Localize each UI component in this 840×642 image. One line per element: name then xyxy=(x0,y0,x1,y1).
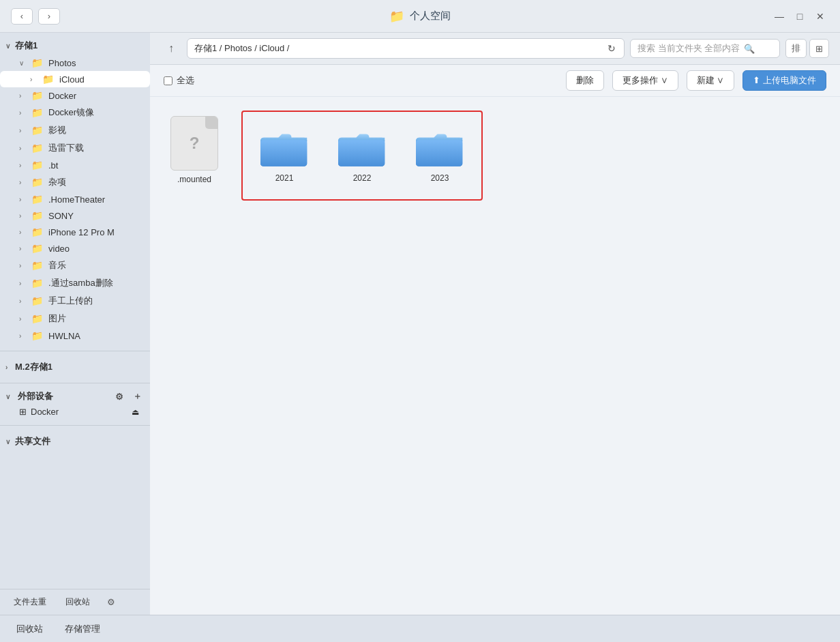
sidebar-shared-header[interactable]: ∨ 共享文件 xyxy=(0,433,150,450)
sidebar-item-picture[interactable]: › 📁 图片 xyxy=(0,310,150,327)
sidebar-item-sony[interactable]: › 📁 SONY xyxy=(0,207,150,224)
toolbar: ↑ 存储1 / Photos / iCloud / ↻ 搜索 当前文件夹 全部内… xyxy=(150,33,840,65)
search-bar[interactable]: 搜索 当前文件夹 全部内容 🔍 xyxy=(630,39,780,58)
eject-icon[interactable]: ⏏ xyxy=(132,407,139,417)
sidebar-item-photos[interactable]: ∨ 📁 Photos xyxy=(0,55,150,71)
taskbar-storage[interactable]: 存储管理 xyxy=(59,620,106,638)
chevron-icon-4: › xyxy=(19,109,27,117)
chevron-icon-19: ∨ xyxy=(5,393,14,400)
close-button[interactable]: ✕ xyxy=(811,9,829,24)
chevron-icon-3: › xyxy=(19,92,27,100)
docker-icon: ⊞ xyxy=(19,407,27,417)
sidebar-download-label: 迅雷下载 xyxy=(48,142,84,154)
sidebar-item-misc[interactable]: › 📁 杂项 xyxy=(0,173,150,191)
sidebar-item-video-folder[interactable]: › 📁 video xyxy=(0,240,150,257)
up-button[interactable]: ↑ xyxy=(161,39,181,58)
file-item-2023[interactable]: 2023 xyxy=(409,123,470,188)
forward-button[interactable]: › xyxy=(38,8,60,25)
sidebar-shared-label: 共享文件 xyxy=(15,435,50,448)
folder-icon-16: 📁 xyxy=(31,313,43,324)
view-buttons: 排 ⊞ xyxy=(785,39,829,58)
folder-icon-2022 xyxy=(338,128,386,169)
main-panel: ↑ 存储1 / Photos / iCloud / ↻ 搜索 当前文件夹 全部内… xyxy=(150,33,840,615)
chevron-icon-18: › xyxy=(5,364,14,371)
folder-icon-17: 📁 xyxy=(31,330,43,341)
sidebar-item-hometheater[interactable]: › 📁 .HomeTheater xyxy=(0,191,150,207)
settings-icon[interactable]: ⚙ xyxy=(104,595,119,610)
trash-button[interactable]: 回收站 xyxy=(60,594,95,611)
chevron-icon-6: › xyxy=(19,145,27,152)
sidebar-item-docker-image[interactable]: › 📁 Docker镜像 xyxy=(0,104,150,121)
chevron-down-icon: ∨ xyxy=(5,42,14,50)
folder-icon-2023 xyxy=(416,128,464,169)
sidebar-item-hwlna[interactable]: › 📁 HWLNA xyxy=(0,327,150,344)
folder-icon: 📁 xyxy=(31,57,43,68)
folder-icon-15: 📁 xyxy=(31,295,43,306)
folder-icon-13: 📁 xyxy=(31,260,43,271)
app-body: ∨ 存储1 ∨ 📁 Photos › 📁 iCloud › 📁 Docker › xyxy=(0,33,840,615)
new-button[interactable]: 新建 ∨ xyxy=(687,70,735,91)
sidebar-item-docker[interactable]: › 📁 Docker xyxy=(0,87,150,104)
title-bar: ‹ › 📁 个人空间 — □ ✕ xyxy=(0,0,840,33)
chevron-icon-9: › xyxy=(19,196,27,203)
back-button[interactable]: ‹ xyxy=(11,8,33,25)
external-add-icon[interactable]: ＋ xyxy=(130,389,145,404)
sidebar-item-samba[interactable]: › 📁 .通过samba删除 xyxy=(0,274,150,292)
folder-icon-3: 📁 xyxy=(31,90,43,101)
file-item-2021[interactable]: 2021 xyxy=(254,123,315,188)
sidebar-item-music[interactable]: › 📁 音乐 xyxy=(0,257,150,274)
folder-icon-9: 📁 xyxy=(31,194,43,205)
divider-2 xyxy=(0,383,150,383)
chevron-icon-15: › xyxy=(19,297,27,305)
sidebar-picture-label: 图片 xyxy=(48,312,66,325)
chevron-icon-10: › xyxy=(19,212,27,220)
sidebar-samba-label: .通过samba删除 xyxy=(48,277,113,289)
dedup-button[interactable]: 文件去重 xyxy=(8,594,52,611)
sidebar-section-external: ∨ 外部设备 ⚙ ＋ ⊞ Docker ⏏ xyxy=(0,386,150,422)
sidebar-item-iphone[interactable]: › 📁 iPhone 12 Pro M xyxy=(0,224,150,240)
view-mode-button[interactable]: ⊞ xyxy=(809,39,829,58)
sort-button[interactable]: 排 xyxy=(785,39,807,58)
chevron-icon-16: › xyxy=(19,315,27,323)
sidebar-misc-label: 杂项 xyxy=(48,176,66,188)
sidebar-video-folder-label: video xyxy=(48,244,70,254)
sidebar-external-docker-label: Docker xyxy=(31,407,59,417)
upload-button[interactable]: ⬆ 上传电脑文件 xyxy=(742,70,826,91)
window-controls: — □ ✕ xyxy=(770,9,829,24)
select-all-checkbox[interactable]: 全选 xyxy=(164,74,194,87)
sidebar-item-video[interactable]: › 📁 影视 xyxy=(0,121,150,139)
maximize-button[interactable]: □ xyxy=(791,9,809,24)
folder-icon-12: 📁 xyxy=(31,243,43,254)
unknown-file-icon: ? xyxy=(170,116,218,171)
sidebar-storage1-header[interactable]: ∨ 存储1 xyxy=(0,37,150,55)
path-text: 存储1 / Photos / iCloud / xyxy=(194,42,603,55)
folder-icon-14: 📁 xyxy=(31,278,43,289)
chevron-right-icon: ∨ xyxy=(19,59,27,67)
taskbar-recycle[interactable]: 回收站 xyxy=(11,620,48,638)
sidebar-storage2-header[interactable]: › M.2存储1 xyxy=(0,358,150,376)
file-label-2021: 2021 xyxy=(275,173,294,183)
file-item-2022[interactable]: 2022 xyxy=(331,123,393,188)
sidebar-item-download[interactable]: › 📁 迅雷下载 xyxy=(0,139,150,157)
sidebar-item-manual-upload[interactable]: › 📁 手工上传的 xyxy=(0,292,150,310)
sidebar-item-bt[interactable]: › 📁 .bt xyxy=(0,157,150,173)
search-icon: 🔍 xyxy=(744,44,755,54)
folder-icon-11: 📁 xyxy=(31,227,43,237)
delete-button[interactable]: 删除 xyxy=(566,70,604,91)
select-all-label: 全选 xyxy=(177,74,194,87)
file-item-mounted[interactable]: ? .mounted xyxy=(164,111,225,201)
sidebar-docker-image-label: Docker镜像 xyxy=(48,106,94,119)
sidebar-item-icloud[interactable]: › 📁 iCloud xyxy=(0,71,150,87)
select-all-input[interactable] xyxy=(164,76,172,85)
sidebar-item-external-docker[interactable]: ⊞ Docker ⏏ xyxy=(5,404,145,420)
external-header[interactable]: ∨ 外部设备 ⚙ ＋ xyxy=(5,389,145,404)
divider-3 xyxy=(0,425,150,426)
file-grid-container: ? .mounted xyxy=(150,97,840,615)
chevron-icon-7: › xyxy=(19,162,27,169)
sidebar-bt-label: .bt xyxy=(48,160,58,171)
external-settings-icon[interactable]: ⚙ xyxy=(112,389,127,404)
minimize-button[interactable]: — xyxy=(770,9,788,24)
file-label-mounted: .mounted xyxy=(177,175,211,184)
refresh-button[interactable]: ↻ xyxy=(606,42,617,55)
more-button[interactable]: 更多操作 ∨ xyxy=(612,70,678,91)
